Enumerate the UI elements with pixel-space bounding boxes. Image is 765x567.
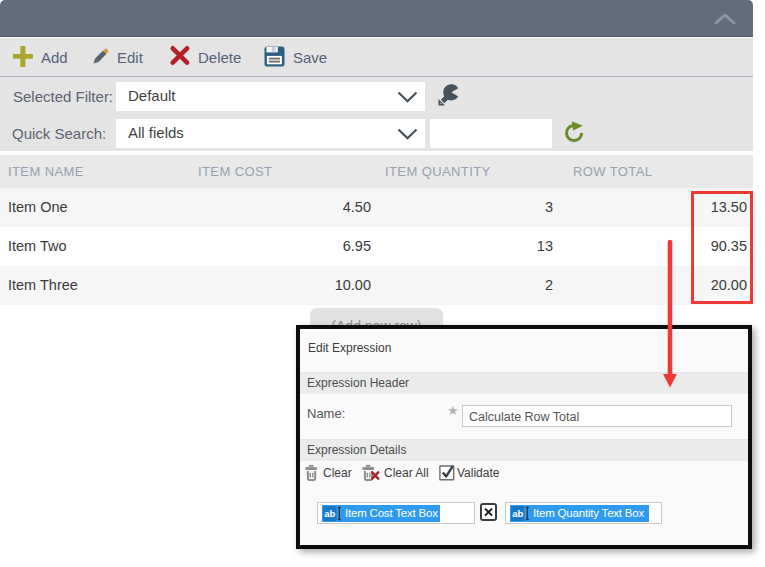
svg-text:ab: ab (324, 508, 335, 519)
svg-text:ab: ab (512, 508, 523, 519)
